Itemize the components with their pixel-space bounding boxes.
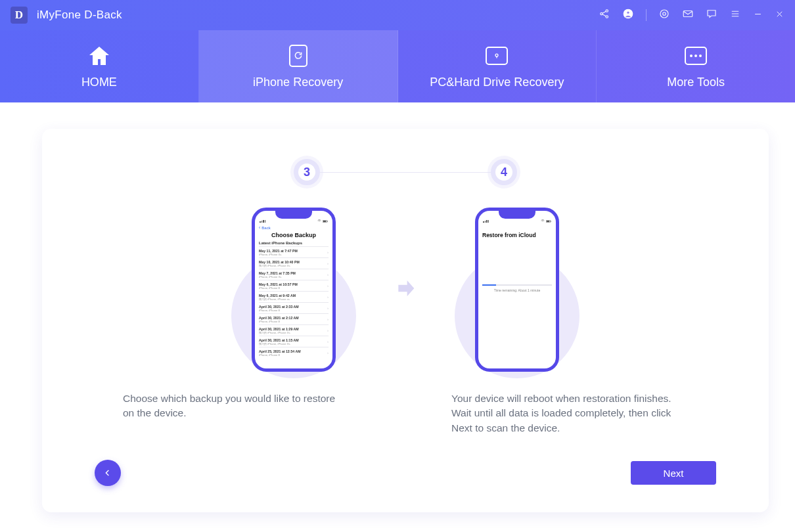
phone-notch	[275, 211, 312, 219]
caption-right: Your device will reboot when restoration…	[451, 391, 688, 435]
phone2-title: Restore from iCloud	[482, 232, 552, 238]
home-icon	[87, 44, 111, 68]
svg-rect-14	[551, 221, 551, 222]
phone-notch	[499, 211, 535, 219]
progress-bar	[482, 284, 552, 286]
nav-home[interactable]: HOME	[0, 30, 199, 102]
feedback-icon[interactable]	[706, 8, 717, 22]
settings-icon[interactable]	[658, 8, 670, 22]
restore-progress: Time remaining: About 1 minute	[482, 284, 552, 292]
account-icon[interactable]	[622, 8, 634, 22]
pc-recovery-icon	[485, 44, 509, 68]
steps-indicator: 3 4	[95, 159, 716, 185]
backup-item: May 10, 2021 at 10:40 PM预习的 iPhone, iPho…	[259, 257, 329, 269]
svg-point-0	[601, 12, 602, 14]
phone-recovery-icon	[286, 44, 310, 68]
svg-rect-11	[327, 221, 328, 222]
phone-frame: Restore from iCloud Time remaining: Abou…	[475, 208, 559, 372]
svg-rect-13	[547, 220, 550, 222]
next-button[interactable]: Next	[631, 461, 716, 485]
captions: Choose which backup you would like to re…	[95, 391, 716, 435]
phone1-title: Choose Backup	[259, 232, 329, 238]
phone-screen-content: ‹Back Choose Backup Latest iPhone Backup…	[255, 223, 332, 361]
app-title: iMyFone D-Back	[37, 9, 122, 22]
nav-iphone-recovery[interactable]: iPhone Recovery	[199, 30, 398, 102]
content-area: 3 4 ‹Back Choose Backup Latest iPhone	[0, 102, 795, 532]
card-footer: Next	[95, 448, 716, 486]
backup-item: April 30, 2021 at 1:15 AM预习的 iPhone, iPh…	[259, 336, 329, 347]
backup-item: May 11, 2021 at 7:47 PMiPhone, iPhone Xs…	[259, 246, 329, 257]
nav-home-label: HOME	[81, 76, 117, 89]
backup-item: April 30, 2021 at 2:33 AMiPhone, iPhone …	[259, 302, 329, 313]
more-tools-icon	[684, 44, 708, 68]
phone-restore-icloud: Restore from iCloud Time remaining: Abou…	[432, 208, 602, 372]
back-button[interactable]	[95, 460, 121, 486]
main-card: 3 4 ‹Back Choose Backup Latest iPhone	[42, 129, 769, 512]
phones-illustration: ‹Back Choose Backup Latest iPhone Backup…	[95, 208, 716, 372]
backup-list: May 11, 2021 at 7:47 PMiPhone, iPhone Xs…	[259, 246, 329, 358]
nav-iphone-recovery-label: iPhone Recovery	[253, 76, 343, 89]
nav-pc-recovery[interactable]: PC&Hard Drive Recovery	[398, 30, 597, 102]
phone-back-link: ‹Back	[259, 225, 329, 230]
backup-item: May 7, 2021 at 7:35 PMiPhone, iPhone Xs›	[259, 269, 329, 280]
titlebar-divider	[646, 9, 647, 21]
svg-point-1	[606, 10, 608, 12]
phone-choose-backup: ‹Back Choose Backup Latest iPhone Backup…	[208, 208, 379, 372]
svg-point-6	[663, 12, 666, 16]
backup-item: April 30, 2021 at 1:29 AM预习的 iPhone, iPh…	[259, 324, 329, 336]
step-connector	[320, 172, 491, 173]
share-icon[interactable]	[599, 8, 610, 22]
step-3-badge: 3	[294, 159, 320, 185]
svg-point-5	[660, 10, 668, 18]
menu-icon[interactable]	[729, 8, 741, 22]
svg-rect-10	[323, 220, 327, 222]
mail-icon[interactable]	[682, 8, 694, 22]
titlebar-actions	[599, 8, 784, 22]
minimize-button[interactable]	[753, 9, 763, 22]
backup-item: April 25, 2021 at 12:54 AMiPhone, iPhone…	[259, 347, 329, 358]
backup-item: May 6, 2021 at 9:42 AM预习的 iPhone, iPhone…	[259, 291, 329, 302]
svg-point-8	[495, 54, 498, 56]
nav-more-tools-label: More Tools	[667, 76, 725, 89]
step-4-badge: 4	[491, 159, 517, 185]
app-logo: D	[11, 7, 28, 24]
phone-frame: ‹Back Choose Backup Latest iPhone Backup…	[252, 208, 336, 372]
nav-more-tools[interactable]: More Tools	[597, 30, 795, 102]
time-remaining: Time remaining: About 1 minute	[482, 288, 552, 292]
svg-point-4	[627, 11, 630, 14]
nav-pc-recovery-label: PC&Hard Drive Recovery	[430, 76, 564, 89]
titlebar: D iMyFone D-Back	[0, 0, 795, 30]
phone1-subtitle: Latest iPhone Backups	[259, 241, 329, 245]
main-nav: HOME iPhone Recovery PC&Hard Drive Recov…	[0, 30, 795, 102]
svg-rect-7	[683, 11, 693, 17]
backup-item: April 30, 2021 at 2:12 AMiPhone, iPhone …	[259, 313, 329, 324]
close-button[interactable]	[775, 9, 784, 22]
phone2-screen-content: Restore from iCloud Time remaining: Abou…	[478, 223, 556, 295]
svg-point-2	[606, 16, 608, 18]
arrow-icon	[395, 278, 416, 301]
backup-item: May 6, 2021 at 10:57 PMiPhone, iPhone 8›	[259, 280, 329, 291]
caption-left: Choose which backup you would like to re…	[123, 391, 346, 435]
